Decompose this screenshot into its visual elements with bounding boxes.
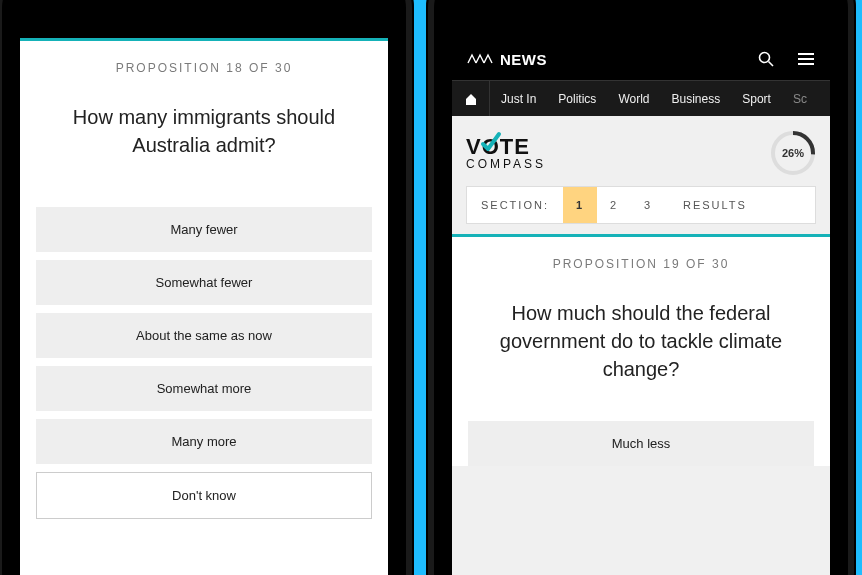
phone-right: NEWS Just In Politics World Business Spo xyxy=(426,0,856,575)
options-list: Much less xyxy=(468,421,814,466)
proposition-label: PROPOSITION 19 OF 30 xyxy=(468,257,814,271)
vote-compass-header: VOTE COMPASS 26% xyxy=(452,116,830,186)
nav-tabs: Just In Politics World Business Sport Sc xyxy=(452,80,830,116)
option-much-less[interactable]: Much less xyxy=(468,421,814,466)
option-somewhat-more[interactable]: Somewhat more xyxy=(36,366,372,411)
svg-point-0 xyxy=(760,53,770,63)
phone-frame: NEWS Just In Politics World Business Spo xyxy=(434,0,848,575)
vote-compass-logo[interactable]: VOTE COMPASS xyxy=(466,137,546,170)
options-list: Many fewer Somewhat fewer About the same… xyxy=(36,207,372,519)
progress-percent: 26% xyxy=(770,130,816,176)
section-3[interactable]: 3 xyxy=(631,187,665,223)
abc-news-logo[interactable]: NEWS xyxy=(466,51,547,68)
question-text: How many immigrants should Australia adm… xyxy=(36,103,372,159)
search-icon[interactable] xyxy=(756,49,776,69)
option-dont-know[interactable]: Don't know xyxy=(36,472,372,519)
section-2[interactable]: 2 xyxy=(597,187,631,223)
progress-ring: 26% xyxy=(770,130,816,176)
logo-compass: COMPASS xyxy=(466,159,546,170)
logo-checkmark-o: O xyxy=(482,137,500,157)
section-results[interactable]: RESULTS xyxy=(665,199,765,211)
nav-business[interactable]: Business xyxy=(661,92,732,106)
nav-just-in[interactable]: Just In xyxy=(490,92,547,106)
nav-more[interactable]: Sc xyxy=(782,92,818,106)
nav-politics[interactable]: Politics xyxy=(547,92,607,106)
phone-screen: PROPOSITION 18 OF 30 How many immigrants… xyxy=(20,38,388,575)
option-about-same[interactable]: About the same as now xyxy=(36,313,372,358)
phone-left: PROPOSITION 18 OF 30 How many immigrants… xyxy=(0,0,414,575)
abc-header: NEWS xyxy=(452,38,830,80)
section-nav: SECTION: 1 2 3 RESULTS xyxy=(466,186,816,224)
nav-sport[interactable]: Sport xyxy=(731,92,782,106)
phone-screen: NEWS Just In Politics World Business Spo xyxy=(452,38,830,575)
phone-frame: PROPOSITION 18 OF 30 How many immigrants… xyxy=(2,0,406,575)
nav-world[interactable]: World xyxy=(607,92,660,106)
abc-logo-mark xyxy=(466,52,494,66)
question-text: How much should the federal government d… xyxy=(468,299,814,383)
logo-te: TE xyxy=(500,134,530,159)
abc-brand-text: NEWS xyxy=(500,51,547,68)
section-label: SECTION: xyxy=(467,199,563,211)
svg-line-1 xyxy=(769,62,774,67)
option-many-more[interactable]: Many more xyxy=(36,419,372,464)
section-1[interactable]: 1 xyxy=(563,187,597,223)
option-many-fewer[interactable]: Many fewer xyxy=(36,207,372,252)
proposition-label: PROPOSITION 18 OF 30 xyxy=(36,61,372,75)
option-somewhat-fewer[interactable]: Somewhat fewer xyxy=(36,260,372,305)
hamburger-menu-icon[interactable] xyxy=(796,49,816,69)
nav-home-icon[interactable] xyxy=(452,81,490,116)
